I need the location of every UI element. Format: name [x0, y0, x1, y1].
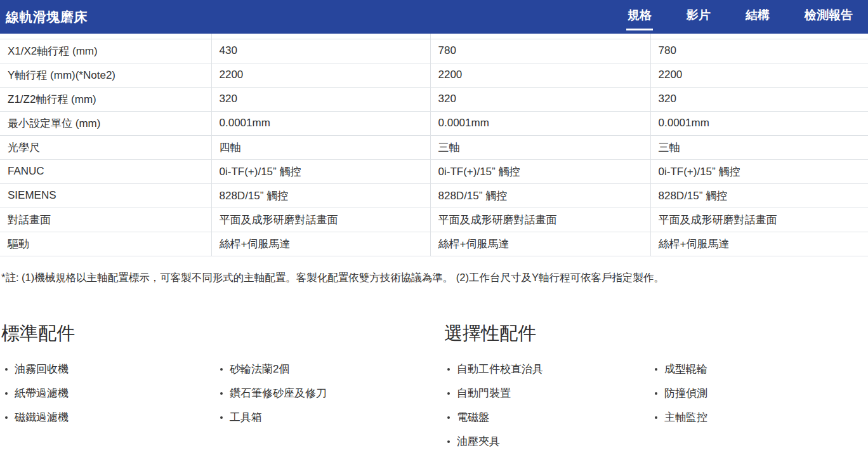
- spec-label-cell: X1/X2軸行程 (mm): [0, 39, 211, 63]
- bullet-icon: [655, 416, 657, 419]
- list-item: 自動工件校直治具: [447, 357, 655, 381]
- list-item: 紙帶過濾機: [5, 381, 214, 406]
- spec-value-cell: 2200: [430, 63, 650, 87]
- spec-value-cell: 平面及成形研磨對話畫面: [650, 208, 868, 232]
- standard-accessories-section: 標準配件 油霧回收機 紙帶過濾機 磁鐵過濾機 砂輪法蘭2個 鑽石筆修砂座及修刀 …: [0, 320, 434, 454]
- table-row-clipped: [0, 34, 868, 39]
- bullet-icon: [655, 392, 657, 395]
- table-row: 驅動 絲桿+伺服馬達 絲桿+伺服馬達 絲桿+伺服馬達: [0, 232, 868, 256]
- spec-value-cell: 780: [430, 39, 650, 63]
- spec-value-cell: 0.0001mm: [211, 111, 430, 135]
- spec-value-cell: 0.0001mm: [650, 111, 868, 135]
- table-row: 光學尺 四軸 三軸 三軸: [0, 135, 868, 159]
- list-item: 油壓夾具: [447, 430, 655, 454]
- bullet-icon: [5, 392, 8, 395]
- table-row: X1/X2軸行程 (mm) 430 780 780: [0, 39, 868, 63]
- spec-label-cell: Z1/Z2軸行程 (mm): [0, 87, 211, 111]
- spec-value-cell: [430, 34, 650, 39]
- table-row: SIEMENS 828D/15” 觸控 828D/15” 觸控 828D/15”…: [0, 183, 868, 208]
- spec-value-cell: 2200: [650, 63, 868, 87]
- bullet-icon: [655, 368, 657, 371]
- spec-value-cell: 絲桿+伺服馬達: [650, 232, 868, 256]
- spec-label-cell: FANUC: [0, 159, 211, 183]
- bullet-icon: [220, 368, 223, 371]
- spec-label-cell: 最小設定單位 (mm): [0, 111, 211, 135]
- spec-label-cell: 對話畫面: [0, 208, 211, 232]
- standard-accessories-list: 油霧回收機 紙帶過濾機 磁鐵過濾機 砂輪法蘭2個 鑽石筆修砂座及修刀 工具箱: [0, 357, 434, 430]
- list-item: 主軸監控: [655, 406, 707, 430]
- optional-accessories-section: 選擇性配件 自動工件校直治具 自動門裝置 電磁盤 油壓夾具 成型輥輪 防撞偵測 …: [434, 320, 868, 454]
- spec-value-cell: 828D/15” 觸控: [211, 183, 430, 208]
- spec-value-cell: 三軸: [650, 135, 868, 159]
- spec-value-cell: 平面及成形研磨對話畫面: [211, 208, 430, 232]
- spec-value-cell: 絲桿+伺服馬達: [211, 232, 430, 256]
- list-item: 鑽石筆修砂座及修刀: [220, 381, 327, 406]
- top-nav-bar: 線軌滑塊磨床 規格 影片 結構 檢測報告: [0, 0, 868, 34]
- spec-value-cell: 0i-TF(+)/15” 觸控: [430, 159, 650, 183]
- spec-value-cell: 四軸: [211, 135, 430, 159]
- list-item: 油霧回收機: [5, 357, 214, 381]
- page-title: 線軌滑塊磨床: [0, 8, 88, 26]
- spec-value-cell: 320: [650, 87, 868, 111]
- tab-structure[interactable]: 結構: [744, 4, 771, 30]
- spec-label-cell: 光學尺: [0, 135, 211, 159]
- spec-value-cell: 320: [430, 87, 650, 111]
- tab-inspection-report[interactable]: 檢測報告: [803, 4, 854, 30]
- list-item: 砂輪法蘭2個: [220, 357, 327, 381]
- spec-value-cell: 三軸: [430, 135, 650, 159]
- list-item: 防撞偵測: [655, 381, 707, 406]
- table-footnote: *註: (1)機械規格以主軸配置標示，可客製不同形式的主軸配置。客製化配置依雙方…: [1, 271, 868, 285]
- spec-value-cell: 絲桿+伺服馬達: [430, 232, 650, 256]
- standard-accessories-title: 標準配件: [1, 320, 434, 346]
- spec-table: X1/X2軸行程 (mm) 430 780 780 Y軸行程 (mm)(*Not…: [0, 34, 868, 256]
- spec-value-cell: 0.0001mm: [430, 111, 650, 135]
- list-item: 工具箱: [220, 406, 327, 430]
- list-item: 電磁盤: [447, 406, 655, 430]
- spec-value-cell: 2200: [211, 63, 430, 87]
- nav-tabs: 規格 影片 結構 檢測報告: [626, 4, 854, 30]
- spec-value-cell: 平面及成形研磨對話畫面: [430, 208, 650, 232]
- spec-label-cell: [0, 34, 211, 39]
- table-row: Z1/Z2軸行程 (mm) 320 320 320: [0, 87, 868, 111]
- table-row: 最小設定單位 (mm) 0.0001mm 0.0001mm 0.0001mm: [0, 111, 868, 135]
- optional-accessories-list: 自動工件校直治具 自動門裝置 電磁盤 油壓夾具 成型輥輪 防撞偵測 主軸監控: [434, 357, 868, 454]
- bullet-icon: [220, 392, 223, 395]
- spec-value-cell: [211, 34, 430, 39]
- accessories-sections: 標準配件 油霧回收機 紙帶過濾機 磁鐵過濾機 砂輪法蘭2個 鑽石筆修砂座及修刀 …: [0, 320, 868, 454]
- table-row: 對話畫面 平面及成形研磨對話畫面 平面及成形研磨對話畫面 平面及成形研磨對話畫面: [0, 208, 868, 232]
- list-item: 成型輥輪: [655, 357, 707, 381]
- spec-value-cell: 828D/15” 觸控: [430, 183, 650, 208]
- spec-value-cell: 0i-TF(+)/15” 觸控: [211, 159, 430, 183]
- optional-accessories-title: 選擇性配件: [444, 320, 868, 346]
- table-row: Y軸行程 (mm)(*Note2) 2200 2200 2200: [0, 63, 868, 87]
- spec-value-cell: 780: [650, 39, 868, 63]
- list-item: 自動門裝置: [447, 381, 655, 406]
- list-item: 磁鐵過濾機: [5, 406, 214, 430]
- spec-value-cell: 320: [211, 87, 430, 111]
- spec-value-cell: 0i-TF(+)/15” 觸控: [650, 159, 868, 183]
- bullet-icon: [5, 416, 8, 419]
- bullet-icon: [5, 368, 8, 371]
- tab-specs[interactable]: 規格: [626, 4, 653, 30]
- bullet-icon: [447, 440, 450, 443]
- bullet-icon: [447, 368, 450, 371]
- spec-label-cell: 驅動: [0, 232, 211, 256]
- bullet-icon: [447, 392, 450, 395]
- spec-value-cell: 828D/15” 觸控: [650, 183, 868, 208]
- bullet-icon: [447, 416, 450, 419]
- tab-video[interactable]: 影片: [685, 4, 712, 30]
- spec-value-cell: 430: [211, 39, 430, 63]
- spec-label-cell: SIEMENS: [0, 183, 211, 208]
- spec-label-cell: Y軸行程 (mm)(*Note2): [0, 63, 211, 87]
- table-row: FANUC 0i-TF(+)/15” 觸控 0i-TF(+)/15” 觸控 0i…: [0, 159, 868, 183]
- bullet-icon: [220, 416, 223, 419]
- spec-value-cell: [650, 34, 868, 39]
